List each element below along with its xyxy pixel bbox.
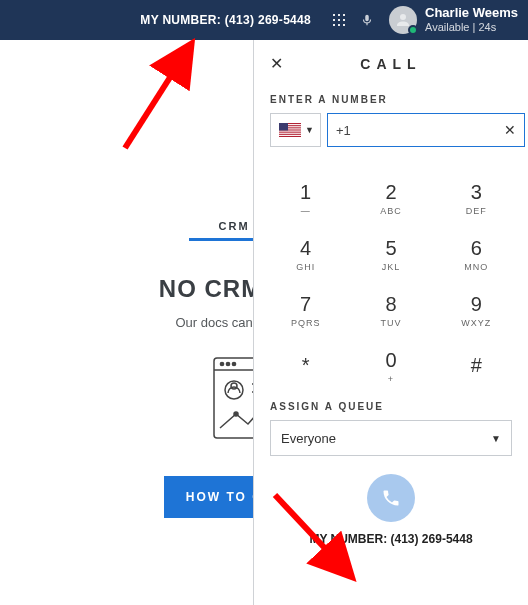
phone-number-input[interactable]: [336, 123, 504, 138]
user-name: Charlie Weems: [425, 6, 518, 21]
close-icon[interactable]: ✕: [270, 54, 283, 73]
svg-point-3: [226, 362, 229, 365]
svg-rect-17: [279, 133, 301, 134]
svg-point-2: [220, 362, 223, 365]
user-status: Available | 24s: [425, 21, 518, 34]
my-phone-number: MY NUMBER: (413) 269-5448: [140, 13, 311, 27]
key-4[interactable]: 4GHI: [264, 227, 347, 281]
key-5[interactable]: 5JKL: [349, 227, 432, 281]
key-star[interactable]: *: [264, 339, 347, 393]
svg-rect-16: [279, 131, 301, 132]
call-panel-title: CALL: [360, 56, 421, 72]
key-7[interactable]: 7PQRS: [264, 283, 347, 337]
dialpad: 1— 2ABC 3DEF 4GHI 5JKL 6MNO 7PQRS 8TUV 9…: [264, 171, 518, 393]
svg-point-6: [231, 383, 237, 389]
place-call-button[interactable]: [367, 474, 415, 522]
key-8[interactable]: 8TUV: [349, 283, 432, 337]
assign-queue-label: ASSIGN A QUEUE: [270, 401, 512, 412]
user-block: Charlie Weems Available | 24s: [425, 6, 518, 34]
chevron-down-icon: ▼: [491, 433, 501, 444]
call-panel: ✕ CALL ENTER A NUMBER ▼ ✕ 1—: [253, 40, 528, 605]
dialpad-icon[interactable]: [331, 12, 347, 28]
key-1[interactable]: 1—: [264, 171, 347, 225]
key-2[interactable]: 2ABC: [349, 171, 432, 225]
svg-rect-18: [279, 135, 301, 136]
key-0[interactable]: 0+: [349, 339, 432, 393]
queue-select[interactable]: Everyone ▼: [270, 420, 512, 456]
svg-point-9: [234, 412, 238, 416]
key-9[interactable]: 9WXYZ: [435, 283, 518, 337]
microphone-icon[interactable]: [359, 12, 375, 28]
phone-icon: [381, 488, 401, 508]
svg-point-4: [232, 362, 235, 365]
clear-input-icon[interactable]: ✕: [504, 122, 516, 138]
top-bar: MY NUMBER: (413) 269-5448 Charlie Weems …: [0, 0, 528, 40]
enter-number-label: ENTER A NUMBER: [270, 94, 512, 105]
avatar[interactable]: [389, 6, 417, 34]
phone-number-input-wrapper[interactable]: ✕: [327, 113, 525, 147]
key-3[interactable]: 3DEF: [435, 171, 518, 225]
flag-icon: [279, 123, 301, 137]
country-select[interactable]: ▼: [270, 113, 321, 147]
key-hash[interactable]: #: [435, 339, 518, 393]
queue-selected-value: Everyone: [281, 431, 336, 446]
chevron-down-icon: ▼: [305, 125, 314, 135]
presence-indicator: [408, 25, 418, 35]
svg-rect-19: [279, 123, 288, 131]
key-6[interactable]: 6MNO: [435, 227, 518, 281]
my-phone-number-footer: MY NUMBER: (413) 269-5448: [270, 532, 512, 546]
